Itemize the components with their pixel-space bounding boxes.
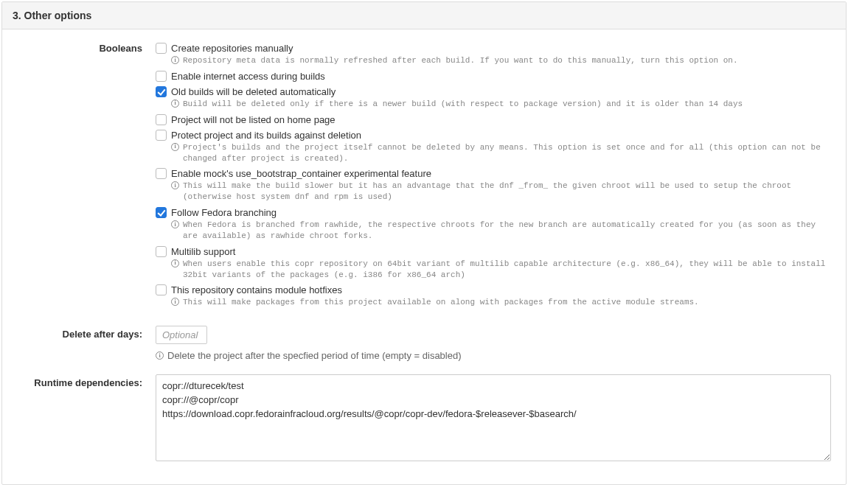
checkbox[interactable]: [156, 43, 167, 54]
runtime-deps-field: [156, 374, 833, 463]
checkbox[interactable]: [156, 86, 167, 97]
delete-after-help-text: Delete the project after the specfied pe…: [167, 350, 462, 361]
checkbox-line[interactable]: Create repositories manually: [156, 43, 833, 54]
checkbox-help: iThis will make packages from this proje…: [171, 297, 833, 308]
checkbox[interactable]: [156, 114, 167, 125]
booleans-field: Create repositories manuallyiRepository …: [156, 43, 833, 312]
checkbox-help: iRepository meta data is normally refres…: [171, 55, 833, 66]
booleans-row: Booleans Create repositories manuallyiRe…: [15, 43, 833, 312]
checkbox-help-text: Build will be deleted only if there is a…: [183, 99, 743, 110]
checkbox-line[interactable]: Project will not be listed on home page: [156, 114, 833, 125]
checkbox[interactable]: [156, 284, 167, 295]
checkbox[interactable]: [156, 207, 167, 218]
checkbox-item: Enable internet access during builds: [156, 71, 833, 82]
checkbox-label: Old builds will be deleted automatically: [171, 86, 336, 97]
runtime-deps-row: Runtime dependencies:: [15, 374, 833, 463]
checkbox-help-text: This will make the build slower but it h…: [183, 181, 833, 203]
checkbox-help-text: Repository meta data is normally refresh…: [183, 55, 738, 66]
delete-after-help: i Delete the project after the specfied …: [156, 350, 833, 361]
other-options-panel: 3. Other options Booleans Create reposit…: [1, 1, 847, 485]
runtime-deps-textarea[interactable]: [156, 374, 831, 461]
checkbox-item: Enable mock's use_bootstrap_container ex…: [156, 168, 833, 203]
checkbox-help: iWhen Fedora is branched from rawhide, t…: [171, 220, 833, 242]
info-icon: i: [171, 56, 179, 64]
checkbox[interactable]: [156, 168, 167, 179]
checkbox-help: iBuild will be deleted only if there is …: [171, 99, 833, 110]
checkbox-line[interactable]: Enable mock's use_bootstrap_container ex…: [156, 168, 833, 179]
checkbox-help-text: This will make packages from this projec…: [183, 297, 699, 308]
checkbox-label: Enable internet access during builds: [171, 71, 325, 82]
checkbox-line[interactable]: Enable internet access during builds: [156, 71, 833, 82]
info-icon: i: [156, 351, 164, 360]
checkbox-label: Create repositories manually: [171, 43, 293, 54]
checkbox-item: This repository contains module hotfixes…: [156, 284, 833, 308]
checkbox-label: Multilib support: [171, 246, 235, 257]
checkbox-line[interactable]: Follow Fedora branching: [156, 207, 833, 218]
checkbox-item: Old builds will be deleted automatically…: [156, 86, 833, 110]
checkbox-label: Follow Fedora branching: [171, 207, 277, 218]
info-icon: i: [171, 99, 179, 108]
info-icon: i: [171, 181, 179, 189]
checkbox-label: Enable mock's use_bootstrap_container ex…: [171, 168, 431, 179]
checkbox-help-text: When Fedora is branched from rawhide, th…: [183, 220, 833, 242]
checkbox-label: Protect project and its builds against d…: [171, 130, 361, 141]
checkbox-help: iWhen users enable this copr repository …: [171, 259, 833, 281]
checkbox-item: Project will not be listed on home page: [156, 114, 833, 125]
checkbox-line[interactable]: Old builds will be deleted automatically: [156, 86, 833, 97]
checkbox-help-text: When users enable this copr repository o…: [183, 259, 833, 281]
checkbox-line[interactable]: This repository contains module hotfixes: [156, 284, 833, 295]
checkbox-line[interactable]: Multilib support: [156, 246, 833, 257]
checkbox-help: iProject's builds and the project itself…: [171, 142, 833, 164]
delete-after-input[interactable]: [156, 326, 207, 344]
checkbox-label: This repository contains module hotfixes: [171, 284, 342, 295]
checkbox-item: Multilib supportiWhen users enable this …: [156, 246, 833, 281]
delete-after-field: i Delete the project after the specfied …: [156, 326, 833, 361]
delete-after-row: Delete after days: i Delete the project …: [15, 326, 833, 361]
checkbox[interactable]: [156, 246, 167, 257]
checkbox-item: Protect project and its builds against d…: [156, 130, 833, 164]
runtime-deps-label: Runtime dependencies:: [15, 374, 156, 388]
checkbox-label: Project will not be listed on home page: [171, 114, 336, 125]
panel-body: Booleans Create repositories manuallyiRe…: [2, 29, 846, 484]
checkbox-help-text: Project's builds and the project itself …: [183, 142, 833, 164]
checkbox-item: Follow Fedora branchingiWhen Fedora is b…: [156, 207, 833, 242]
info-icon: i: [171, 143, 179, 151]
checkbox[interactable]: [156, 71, 167, 82]
info-icon: i: [171, 220, 179, 228]
info-icon: i: [171, 259, 179, 267]
checkbox[interactable]: [156, 130, 167, 141]
checkbox-item: Create repositories manuallyiRepository …: [156, 43, 833, 66]
info-icon: i: [171, 298, 179, 306]
panel-title: 3. Other options: [2, 2, 846, 29]
checkbox-line[interactable]: Protect project and its builds against d…: [156, 130, 833, 141]
booleans-label: Booleans: [15, 43, 156, 54]
delete-after-label: Delete after days:: [15, 326, 156, 340]
checkbox-help: iThis will make the build slower but it …: [171, 181, 833, 203]
